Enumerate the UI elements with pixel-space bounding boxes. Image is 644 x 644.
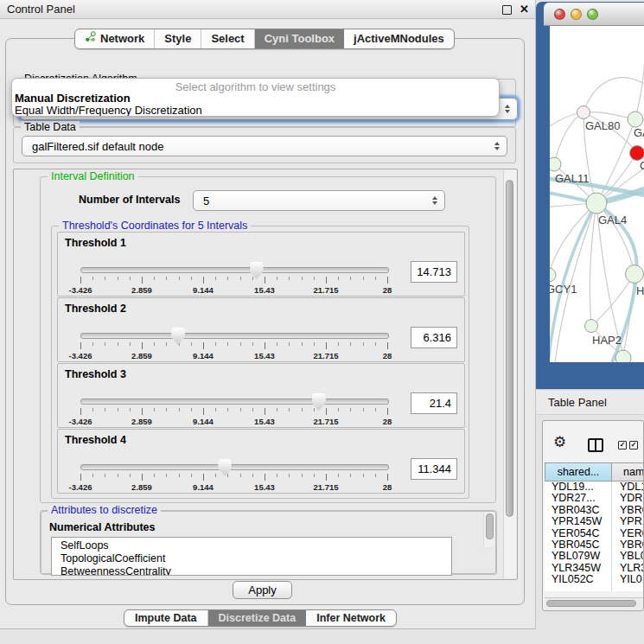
split-view-icon[interactable] (588, 438, 603, 452)
cell-name: YLR3 (620, 563, 644, 574)
dropdown-item-manual-discretization[interactable]: Manual Discretization (12, 92, 499, 105)
dropdown-item-equal-width-frequency-discretization[interactable]: Equal Width/Frequency Discretization (12, 105, 499, 117)
network-node-gal4[interactable] (586, 193, 607, 214)
list-item-selfloops[interactable]: SelfLoops (52, 539, 451, 552)
node-label: GAL11 (555, 172, 590, 185)
column-header-name[interactable]: name (611, 462, 644, 481)
algorithm-dropdown-popup: Select algorithm to view settings Manual… (11, 78, 500, 117)
tab-infer-network[interactable]: Infer Network (306, 610, 396, 626)
tab-jactivemnodules[interactable]: jActiveMNodules (344, 29, 454, 48)
table-panel-titlebar: Table Panel (536, 389, 644, 415)
table-row[interactable]: YBR043CYBR0 (545, 505, 644, 516)
network-node-gcy1[interactable] (550, 268, 556, 282)
network-canvas-svg[interactable]: GAL80GACGAL11GAL4GCY1HHAP2 (550, 26, 644, 362)
table-row[interactable]: YPR145WYPR1 (545, 516, 644, 527)
table-row[interactable]: YBR045CYBR0 (545, 539, 644, 551)
slider-tick-labels: -3.4262.8599.14415.4321.71528 (80, 482, 388, 491)
network-node-ga[interactable] (628, 112, 643, 127)
scrollbar-thumb[interactable] (486, 513, 494, 539)
cell-shared-name: YBR043C (552, 505, 600, 516)
settings-scroll-panel: Interval Definition Number of Intervals … (13, 169, 518, 580)
number-of-intervals-label: Number of Intervals (79, 194, 180, 206)
threshold-slider-track[interactable] (80, 267, 389, 273)
list-item-topologicalcoefficient[interactable]: TopologicalCoefficient (52, 552, 451, 565)
network-node-hap2[interactable] (585, 320, 598, 333)
slider-tick-labels: -3.4262.8599.14415.4321.71528 (80, 285, 388, 294)
tab-style[interactable]: Style (155, 29, 201, 48)
tab-cyni-toolbox[interactable]: Cyni Toolbox (255, 29, 344, 48)
node-label: GCY1 (550, 283, 577, 296)
threshold-label: Threshold 1 (65, 237, 126, 249)
threshold-value-field[interactable]: 11.344 (411, 458, 457, 480)
combobox-arrows-icon (505, 105, 510, 113)
close-icon[interactable]: ✕ (520, 2, 529, 17)
network-view[interactable]: GAL80GACGAL11GAL4GCY1HHAP2 (550, 26, 644, 362)
network-window-titlebar[interactable] (544, 3, 644, 26)
slider-ticks (80, 474, 388, 481)
list-item-betweennesscentrality[interactable]: BetweennessCentrality (52, 565, 451, 576)
node-label: C (640, 159, 644, 172)
network-node-h[interactable] (626, 265, 644, 284)
dropdown-placeholder: Select algorithm to view settings (12, 79, 499, 92)
checkbox-icon[interactable]: ✓ (629, 441, 638, 450)
table-header-row: shared... name (545, 462, 644, 481)
cell-name: YIL0 (620, 574, 642, 585)
threshold-slider-track[interactable] (80, 399, 389, 405)
network-node-gal11[interactable] (550, 157, 561, 171)
table-row[interactable]: YLR345WYLR3 (545, 563, 644, 574)
settings-scrollbar[interactable] (503, 170, 516, 578)
attributes-to-discretize-label: Attributes to discretize (48, 504, 161, 516)
tab-discretize-data[interactable]: Discretize Data (208, 610, 307, 626)
scrollbar-thumb[interactable] (546, 600, 636, 607)
attributes-list-scrollbar[interactable] (483, 512, 494, 547)
float-window-icon[interactable] (502, 5, 512, 15)
table-row[interactable]: YDL19...YDL1 (545, 481, 644, 493)
table-horizontal-scrollbar[interactable] (545, 597, 644, 609)
table-row[interactable]: YIL052CYIL0 (545, 574, 644, 585)
tab-label: jActiveMNodules (354, 29, 444, 48)
tab-network[interactable]: Network (75, 29, 155, 48)
gear-icon[interactable]: ⚙ (553, 435, 566, 450)
tab-impute-data[interactable]: Impute Data (124, 610, 208, 626)
cell-name: YDR2 (620, 493, 644, 504)
apply-button[interactable]: Apply (233, 581, 292, 599)
zoom-button[interactable] (587, 9, 598, 20)
cell-name: YDL1 (620, 481, 644, 493)
combobox-arrows-icon (432, 196, 437, 205)
network-node-gal80[interactable] (577, 106, 590, 119)
cell-shared-name: YDL19... (552, 481, 594, 493)
threshold-slider-track[interactable] (80, 464, 389, 470)
table-row[interactable]: YBL079WYBL0 (545, 551, 644, 562)
combobox-arrows-icon (494, 142, 500, 150)
table-row[interactable]: YDR27...YDR2 (545, 493, 644, 504)
cell-name: YBR0 (620, 505, 644, 516)
network-node[interactable] (615, 350, 631, 362)
threshold-slider-track[interactable] (80, 333, 389, 339)
numerical-attributes-list[interactable]: SelfLoopsTopologicalCoefficientBetweenne… (51, 537, 452, 576)
interval-definition-group: Interval Definition Number of Intervals … (40, 176, 496, 503)
cell-shared-name: YDR27... (552, 493, 596, 504)
minimize-button[interactable] (571, 9, 582, 20)
numerical-attributes-label: Numerical Attributes (49, 521, 155, 533)
column-header-shared-name[interactable]: shared... (545, 462, 612, 481)
threshold-value-field[interactable]: 21.4 (411, 392, 457, 414)
threshold-value-field[interactable]: 14.713 (411, 261, 457, 283)
scrollbar-thumb[interactable] (506, 180, 513, 517)
threshold-value-field[interactable]: 6.316 (411, 327, 457, 348)
close-button[interactable] (554, 9, 565, 20)
network-edge (554, 112, 583, 164)
node-label: HAP2 (592, 334, 622, 347)
slider-ticks (80, 277, 388, 284)
network-node-c[interactable] (630, 146, 644, 161)
tab-select[interactable]: Select (201, 29, 254, 48)
table-rows: YDL19...YDL1YDR27...YDR2YBR043CYBR0YPR14… (545, 481, 644, 591)
checkbox-icon[interactable]: ✓ (618, 441, 627, 450)
network-edge (635, 35, 644, 119)
table-data-combobox[interactable]: galFiltered.sif default node (22, 136, 507, 156)
cyni-toolbox-panel: Discretization Algorithm Table Data galF… (5, 38, 525, 605)
node-label: GA (634, 126, 644, 139)
table-row[interactable]: YER054CYER0 (545, 528, 644, 539)
table-panel-title: Table Panel (548, 390, 607, 415)
network-edge (590, 203, 596, 326)
number-of-intervals-combobox[interactable]: 5 (193, 190, 445, 211)
